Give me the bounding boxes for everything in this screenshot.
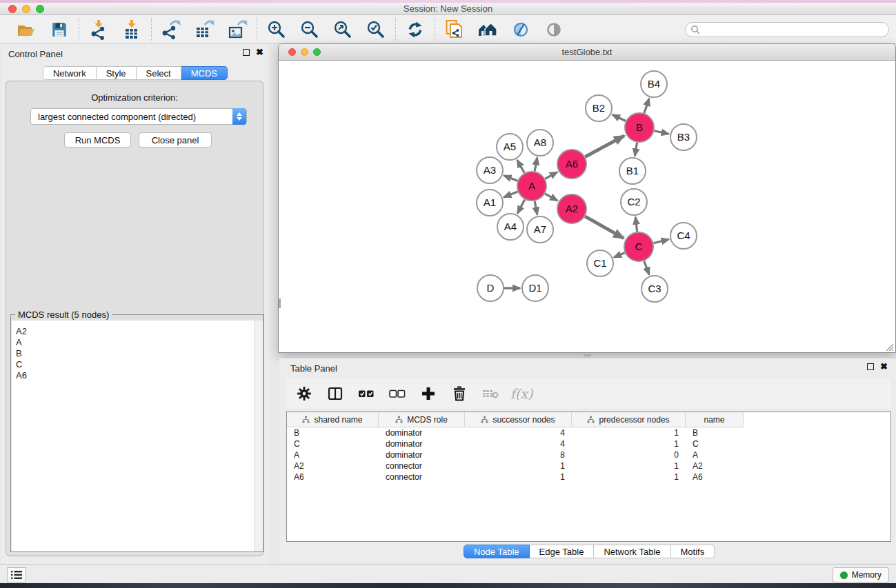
graph-node-A[interactable]: A: [517, 172, 546, 201]
cell[interactable]: connector: [379, 472, 465, 483]
add-column-icon[interactable]: [419, 384, 438, 403]
graph-node-B[interactable]: B: [625, 113, 654, 142]
cell[interactable]: dominator: [379, 449, 465, 460]
column-header-shared-name[interactable]: shared name: [287, 412, 379, 427]
graph-node-A8[interactable]: A8: [527, 130, 553, 156]
refresh-icon[interactable]: [405, 19, 426, 40]
export-network-icon[interactable]: [161, 19, 181, 40]
cell[interactable]: A2: [686, 460, 744, 472]
select-all-icon[interactable]: [357, 384, 376, 403]
tab-select[interactable]: Select: [137, 66, 181, 80]
table-row-C[interactable]: Cdominator41C: [287, 438, 890, 449]
tab-node-table[interactable]: Node Table: [464, 545, 530, 558]
cell[interactable]: 8: [465, 449, 572, 460]
cell[interactable]: 4: [465, 427, 572, 438]
open-session-icon[interactable]: [16, 19, 37, 40]
delete-table-icon[interactable]: [481, 384, 500, 403]
float-panel-icon[interactable]: [243, 49, 250, 56]
network-vertical-scroll-nub[interactable]: [279, 298, 281, 308]
cell[interactable]: 1: [572, 427, 686, 438]
deselect-all-icon[interactable]: [388, 384, 407, 403]
cell[interactable]: 0: [572, 449, 686, 460]
graph-node-A2[interactable]: A2: [557, 194, 586, 223]
cell[interactable]: 4: [465, 438, 572, 449]
cell[interactable]: A: [686, 449, 744, 460]
zoom-selected-icon[interactable]: [366, 19, 386, 40]
network-resize-grip[interactable]: [885, 342, 894, 351]
tab-edge-table[interactable]: Edge Table: [530, 545, 595, 558]
export-table-icon[interactable]: [194, 19, 215, 40]
network-canvas[interactable]: AA1A2A3A4A5A6A7A8BB1B2B3B4CC1C2C3C4DD1: [279, 61, 895, 352]
column-header-MCDS-role[interactable]: MCDS role: [379, 412, 465, 427]
import-network-icon[interactable]: [88, 19, 109, 40]
cell[interactable]: A2: [287, 460, 379, 472]
show-network-icon[interactable]: [544, 19, 564, 40]
cell[interactable]: B: [686, 427, 744, 438]
cell[interactable]: B: [287, 427, 379, 438]
table-row-A[interactable]: Adominator80A: [287, 449, 890, 460]
graph-node-B2[interactable]: B2: [586, 95, 612, 121]
graph-node-A4[interactable]: A4: [497, 214, 524, 240]
graph-node-B1[interactable]: B1: [619, 158, 646, 184]
result-item-B[interactable]: B: [16, 348, 255, 359]
tab-network-table[interactable]: Network Table: [594, 545, 670, 558]
export-image-icon[interactable]: [227, 19, 248, 40]
graph-node-C[interactable]: C: [624, 232, 653, 261]
zoom-out-icon[interactable]: [299, 19, 320, 40]
cell[interactable]: 1: [465, 460, 572, 472]
graph-node-A6[interactable]: A6: [557, 150, 586, 179]
import-table-icon[interactable]: [121, 19, 142, 40]
memory-button[interactable]: Memory: [833, 567, 889, 582]
result-item-A[interactable]: A: [16, 337, 255, 348]
graph-node-A7[interactable]: A7: [527, 216, 553, 243]
network-window-titlebar[interactable]: testGlobe.txt: [279, 44, 895, 61]
close-panel-button[interactable]: Close panel: [139, 132, 212, 148]
result-list-scrollbar[interactable]: [254, 321, 263, 551]
optimization-criterion-dropdown[interactable]: largest connected component (directed): [30, 108, 247, 125]
settings-gear-icon[interactable]: [295, 384, 314, 403]
graph-node-C1[interactable]: C1: [587, 250, 613, 276]
cell[interactable]: A6: [686, 472, 744, 483]
graph-node-D[interactable]: D: [477, 275, 504, 301]
network-document-icon[interactable]: [444, 19, 465, 40]
result-item-A2[interactable]: A2: [16, 326, 255, 337]
tab-network[interactable]: Network: [43, 66, 97, 80]
graph-node-C3[interactable]: C3: [641, 276, 668, 302]
column-header-predecessor-nodes[interactable]: predecessor nodes: [572, 412, 686, 427]
cell[interactable]: 1: [465, 472, 572, 483]
tab-style[interactable]: Style: [97, 66, 137, 80]
cell[interactable]: dominator: [379, 427, 465, 438]
table-row-A6[interactable]: A6connector11A6: [287, 472, 890, 483]
cell[interactable]: A: [287, 449, 379, 460]
cell[interactable]: 1: [572, 460, 686, 472]
cell[interactable]: connector: [379, 460, 465, 472]
tab-mcds[interactable]: MCDS: [181, 66, 228, 80]
close-panel-icon[interactable]: ✖: [256, 49, 263, 56]
cell[interactable]: C: [287, 438, 379, 449]
save-session-icon[interactable]: [49, 19, 70, 40]
delete-column-icon[interactable]: [450, 384, 469, 403]
float-table-panel-icon[interactable]: [867, 363, 874, 370]
cell[interactable]: dominator: [379, 438, 465, 449]
result-item-C[interactable]: C: [16, 359, 255, 370]
graph-node-C2[interactable]: C2: [621, 189, 647, 215]
close-table-panel-icon[interactable]: ✖: [880, 363, 888, 370]
graph-node-D1[interactable]: D1: [522, 275, 548, 301]
graph-node-A5[interactable]: A5: [497, 134, 523, 160]
graph-node-A1[interactable]: A1: [477, 190, 503, 216]
task-history-button[interactable]: [7, 567, 26, 582]
network-horizontal-scroll-nub[interactable]: [584, 354, 591, 356]
result-item-A6[interactable]: A6: [16, 370, 255, 381]
graph-node-B4[interactable]: B4: [641, 71, 667, 97]
search-input[interactable]: [685, 22, 889, 37]
cell[interactable]: 1: [572, 438, 686, 449]
table-row-B[interactable]: Bdominator41B: [287, 427, 890, 438]
function-builder-icon[interactable]: f(x): [512, 384, 531, 403]
cell[interactable]: C: [686, 438, 744, 449]
run-mcds-button[interactable]: Run MCDS: [64, 132, 131, 148]
hide-network-icon[interactable]: [510, 19, 531, 40]
zoom-fit-icon[interactable]: [332, 19, 353, 40]
zoom-in-icon[interactable]: [266, 19, 287, 40]
graph-node-B3[interactable]: B3: [670, 124, 697, 150]
graph-node-A3[interactable]: A3: [477, 157, 503, 183]
